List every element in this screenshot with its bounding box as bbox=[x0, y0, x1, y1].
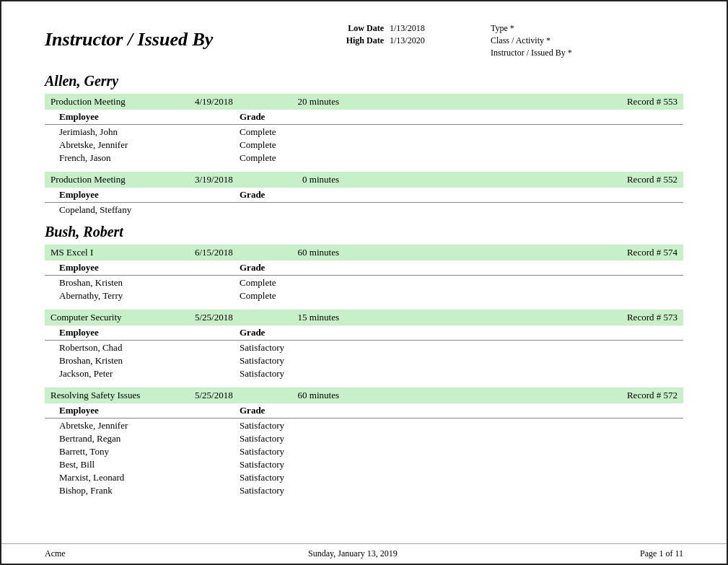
header-right: Type * Class / Activity * Instructor / I… bbox=[491, 23, 572, 60]
instructor-sections: Allen, Gerry Production Meeting 4/19/201… bbox=[45, 73, 683, 497]
employee-header: Employee Grade bbox=[45, 325, 683, 341]
class-activity-row: Class / Activity * bbox=[491, 35, 572, 46]
report-header: Instructor / Issued By Low Date 1/13/201… bbox=[45, 23, 683, 60]
footer: Acme Sunday, January 13, 2019 Page 1 of … bbox=[1, 543, 727, 564]
employee-grade: Satisfactory bbox=[240, 485, 348, 496]
employee-name: Bishop, Frank bbox=[59, 485, 240, 496]
class-date: 3/19/2018 bbox=[195, 174, 253, 185]
employee-data-row: Copeland, Steffany bbox=[45, 203, 683, 216]
employee-header: Employee Grade bbox=[45, 188, 683, 203]
employee-name: Broshan, Kristen bbox=[59, 277, 240, 289]
employee-grade: Satisfactory bbox=[240, 420, 348, 432]
employee-grade: Satisfactory bbox=[240, 355, 348, 367]
class-duration: 60 minutes bbox=[253, 390, 339, 401]
employee-grade: Satisfactory bbox=[240, 368, 348, 380]
employee-grade: Complete bbox=[240, 290, 348, 302]
employee-name: Jerimiash, John bbox=[59, 126, 240, 138]
employee-name: Best, Bill bbox=[59, 459, 240, 470]
grade-col-header: Grade bbox=[240, 189, 348, 201]
class-date: 6/15/2018 bbox=[195, 247, 253, 258]
employee-grade: Satisfactory bbox=[240, 433, 348, 444]
report-title: Instructor / Issued By bbox=[45, 23, 290, 51]
employee-name: Broshan, Kristen bbox=[59, 355, 240, 367]
low-date-value: 1/13/2018 bbox=[390, 23, 447, 34]
class-row: Computer Security 5/25/2018 15 minutes R… bbox=[45, 310, 683, 325]
employee-name: Jackson, Peter bbox=[59, 368, 240, 380]
employee-header: Employee Grade bbox=[45, 260, 683, 276]
class-row: Production Meeting 3/19/2018 0 minutes R… bbox=[45, 172, 683, 188]
employee-name: Marxist, Leonard bbox=[59, 472, 240, 483]
class-name: Resolving Safety Issues bbox=[51, 390, 195, 401]
class-name: MS Excel I bbox=[51, 247, 195, 258]
employee-name: Robertson, Chad bbox=[59, 342, 240, 354]
class-record: Record # 574 bbox=[627, 247, 677, 258]
employee-name: Barrett, Tony bbox=[59, 446, 240, 457]
high-date-label: High Date bbox=[319, 35, 384, 46]
grade-col-header: Grade bbox=[240, 111, 348, 123]
class-duration: 20 minutes bbox=[253, 96, 339, 108]
report-page: Instructor / Issued By Low Date 1/13/201… bbox=[0, 0, 728, 565]
class-name: Production Meeting bbox=[51, 174, 195, 185]
high-date-value: 1/13/2020 bbox=[390, 35, 447, 46]
class-date: 5/25/2018 bbox=[195, 390, 253, 401]
employee-data-row: Abernathy, Terry Complete bbox=[45, 289, 683, 302]
employee-name: Abretske, Jennifer bbox=[59, 420, 240, 432]
employee-grade: Complete bbox=[240, 152, 348, 164]
class-name: Computer Security bbox=[51, 312, 195, 323]
class-name: Production Meeting bbox=[51, 96, 195, 108]
employee-data-row: Robertson, Chad Satisfactory bbox=[45, 341, 683, 354]
employee-data-row: Bertrand, Regan Satisfactory bbox=[45, 432, 683, 445]
employee-grade: Satisfactory bbox=[240, 342, 348, 354]
class-date: 5/25/2018 bbox=[195, 312, 253, 323]
class-date: 4/19/2018 bbox=[195, 96, 253, 108]
class-record: Record # 552 bbox=[627, 174, 677, 185]
employee-data-row: Barrett, Tony Satisfactory bbox=[45, 445, 683, 458]
employee-data-row: Abretske, Jennifer Complete bbox=[45, 139, 683, 152]
employee-data-row: Broshan, Kristen Complete bbox=[45, 276, 683, 289]
employee-name: Abretske, Jennifer bbox=[59, 139, 240, 151]
class-duration: 0 minutes bbox=[253, 174, 339, 185]
employee-data-row: Abretske, Jennifer Satisfactory bbox=[45, 419, 683, 432]
class-row: MS Excel I 6/15/2018 60 minutes Record #… bbox=[45, 245, 683, 260]
employee-data-row: Bishop, Frank Satisfactory bbox=[45, 484, 683, 497]
employee-col-header: Employee bbox=[59, 327, 240, 338]
class-duration: 15 minutes bbox=[253, 312, 339, 323]
employee-name: French, Jason bbox=[59, 152, 240, 164]
employee-data-row: Jerimiash, John Complete bbox=[45, 126, 683, 139]
instructor-name: Bush, Robert bbox=[45, 224, 683, 240]
employee-col-header: Employee bbox=[59, 405, 240, 416]
class-row: Resolving Safety Issues 5/25/2018 60 min… bbox=[45, 387, 683, 403]
employee-data-row: Broshan, Kristen Satisfactory bbox=[45, 354, 683, 367]
grade-col-header: Grade bbox=[240, 262, 348, 273]
instructor-value: * bbox=[568, 48, 572, 58]
type-row: Type * bbox=[491, 23, 572, 34]
class-duration: 60 minutes bbox=[253, 247, 339, 258]
low-date-label: Low Date bbox=[319, 23, 384, 34]
instructor-row: Instructor / Issued By * bbox=[491, 48, 572, 58]
employee-data-row: Marxist, Leonard Satisfactory bbox=[45, 471, 683, 484]
employee-data-row: French, Jason Complete bbox=[45, 152, 683, 165]
type-label: Type bbox=[491, 23, 508, 33]
employee-name: Bertrand, Regan bbox=[59, 433, 240, 444]
employee-grade bbox=[240, 204, 348, 216]
employee-col-header: Employee bbox=[59, 189, 240, 201]
header-meta: Low Date 1/13/2018 High Date 1/13/2020 bbox=[319, 23, 447, 48]
employee-grade: Satisfactory bbox=[240, 459, 348, 470]
class-record: Record # 572 bbox=[627, 390, 677, 401]
employee-header: Employee Grade bbox=[45, 403, 683, 419]
employee-data-row: Best, Bill Satisfactory bbox=[45, 458, 683, 471]
grade-col-header: Grade bbox=[240, 405, 348, 416]
employee-col-header: Employee bbox=[59, 111, 240, 123]
employee-grade: Complete bbox=[240, 277, 348, 289]
employee-grade: Complete bbox=[240, 139, 348, 151]
employee-col-header: Employee bbox=[59, 262, 240, 273]
employee-data-row: Jackson, Peter Satisfactory bbox=[45, 367, 683, 380]
employee-name: Abernathy, Terry bbox=[59, 290, 240, 302]
class-row: Production Meeting 4/19/2018 20 minutes … bbox=[45, 94, 683, 110]
class-activity-value: * bbox=[546, 35, 551, 45]
footer-page: Page 1 of 11 bbox=[640, 548, 683, 559]
employee-header: Employee Grade bbox=[45, 110, 683, 125]
class-record: Record # 553 bbox=[627, 96, 677, 108]
grade-col-header: Grade bbox=[240, 327, 348, 338]
employee-name: Copeland, Steffany bbox=[59, 204, 240, 216]
